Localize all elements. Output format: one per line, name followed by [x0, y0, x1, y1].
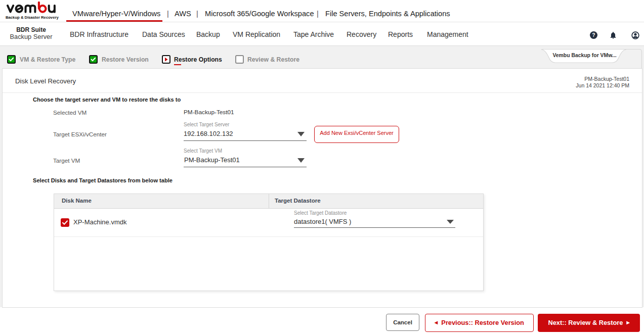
- svg-text:?: ?: [592, 32, 595, 38]
